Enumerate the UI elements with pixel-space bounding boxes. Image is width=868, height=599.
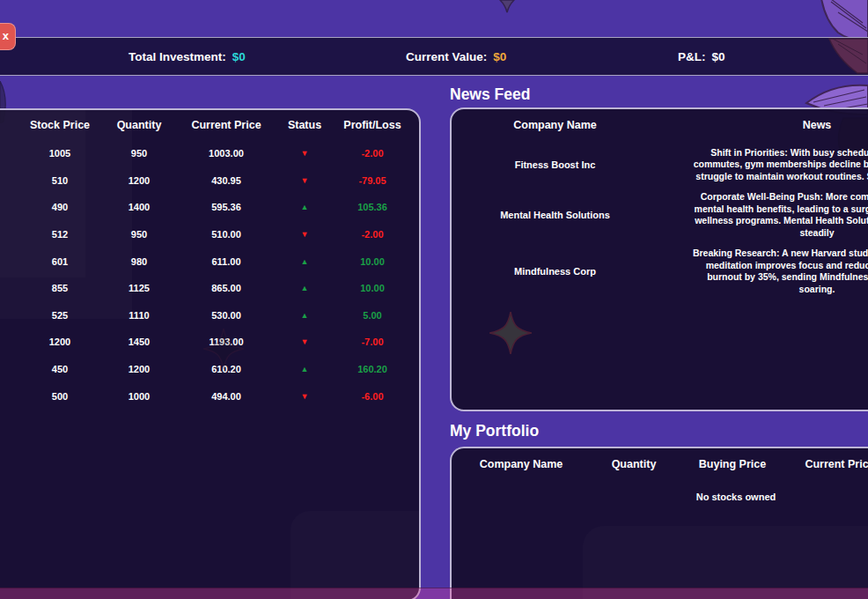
pnl-label: P&L: <box>678 50 706 63</box>
stock-header-profit-loss: Profit/Loss <box>335 110 409 140</box>
stock-row-spacer <box>0 221 20 248</box>
stock-header-stock-price: Stock Price <box>20 110 99 140</box>
status-up-icon: ▲ <box>274 248 335 275</box>
profit-loss-cell: -2.00 <box>335 140 409 167</box>
news-text-line: Shift in Priorities: With busy schedules… <box>710 147 868 159</box>
portfolio-header-current-price: Current Price <box>788 448 868 480</box>
portfolio-header-company: Company Name <box>452 448 591 480</box>
close-button[interactable]: x <box>0 23 16 50</box>
stock-row-spacer <box>0 329 20 356</box>
news-row: Fitness Boost IncShift in Priorities: Wi… <box>452 141 868 189</box>
news-header-news: News <box>658 109 868 141</box>
profit-loss-cell: 160.20 <box>335 356 409 383</box>
stock-row-spacer <box>0 248 20 275</box>
portfolio-empty-message: No stocks owned <box>452 492 868 502</box>
status-down-icon: ▼ <box>274 382 335 410</box>
stock-header-spacer <box>0 110 20 140</box>
quantity-cell: 980 <box>99 248 179 275</box>
news-company-name: Fitness Boost Inc <box>452 141 658 189</box>
status-up-icon: ▲ <box>274 302 335 329</box>
profit-loss-cell: 10.00 <box>335 248 409 275</box>
stock-header-status: Status <box>274 110 335 140</box>
footer-strip <box>0 588 868 599</box>
news-company-name: Mindfulness Corp <box>452 241 658 301</box>
status-up-icon: ▲ <box>274 194 335 221</box>
current-price-cell: 595.36 <box>179 194 274 221</box>
stock-row[interactable]: 601980611.00▲10.00 <box>0 248 419 275</box>
portfolio-header: Company Name Quantity Buying Price Curre… <box>452 448 868 480</box>
stock-price-cell: 510 <box>20 167 99 195</box>
profit-loss-cell: 5.00 <box>335 302 409 329</box>
current-price-cell: 494.00 <box>179 382 274 410</box>
stock-price-cell: 500 <box>20 382 99 410</box>
quantity-cell: 1000 <box>99 382 179 410</box>
news-text-line: Corporate Well-Being Push: More companie… <box>701 191 868 203</box>
stock-row[interactable]: 8551125865.00▲10.00 <box>0 275 419 302</box>
stock-row-spacer <box>0 167 20 195</box>
current-value-label: Current Value: <box>406 50 487 63</box>
quantity-cell: 950 <box>99 221 179 248</box>
current-price-cell: 1003.00 <box>179 140 274 167</box>
news-text-line: mental health benefits, leading to a sur… <box>695 203 868 216</box>
news-text-line: steadily <box>799 227 834 240</box>
profit-loss-cell: -79.05 <box>335 167 409 195</box>
stock-row[interactable]: 5101200430.95▼-79.05 <box>0 167 419 195</box>
stock-row[interactable]: 512950510.00▼-2.00 <box>0 221 419 248</box>
stock-row[interactable]: 120014501193.00▼-7.00 <box>0 329 419 356</box>
stock-header-quantity: Quantity <box>99 110 179 140</box>
stock-row[interactable]: 4901400595.36▲105.36 <box>0 194 419 221</box>
news-header-company: Company Name <box>452 109 658 141</box>
stock-row[interactable]: 5251110530.00▲5.00 <box>0 302 419 329</box>
quantity-cell: 1400 <box>99 194 179 221</box>
news-row: Mindfulness CorpBreaking Research: A new… <box>452 241 868 301</box>
news-text-line: wellness programs. Mental Health Solutio… <box>695 215 868 227</box>
quantity-cell: 1450 <box>99 329 179 356</box>
current-price-cell: 530.00 <box>179 302 274 329</box>
news-text: Shift in Priorities: With busy schedules… <box>658 141 868 189</box>
profit-loss-cell: -6.00 <box>335 382 409 410</box>
status-down-icon: ▼ <box>274 221 335 248</box>
stock-price-cell: 525 <box>20 302 99 329</box>
status-down-icon: ▼ <box>274 167 335 195</box>
stock-row[interactable]: 4501200610.20▲160.20 <box>0 356 419 383</box>
total-investment-stat: Total Investment: $0 <box>129 38 246 75</box>
status-down-icon: ▼ <box>274 140 335 167</box>
status-up-icon: ▲ <box>274 275 335 302</box>
news-text-line: commutes, gym memberships decline by 20%… <box>694 159 868 171</box>
profit-loss-cell: 105.36 <box>335 194 409 221</box>
quantity-cell: 950 <box>99 140 179 167</box>
profit-loss-cell: -2.00 <box>335 221 409 248</box>
news-row: Mental Health SolutionsCorporate Well-Be… <box>452 189 868 241</box>
news-text-line: Breaking Research: A new Harvard study f… <box>693 248 868 260</box>
stock-table-header: Stock Price Quantity Current Price Statu… <box>0 110 419 140</box>
news-text: Corporate Well-Being Push: More companie… <box>658 189 868 241</box>
stock-row-spacer <box>0 356 20 383</box>
stock-row[interactable]: 5001000494.00▼-6.00 <box>0 382 419 410</box>
news-feed-body: Fitness Boost IncShift in Priorities: Wi… <box>452 141 868 301</box>
news-feed-panel: Company Name News Fitness Boost IncShift… <box>450 107 868 411</box>
quantity-cell: 1110 <box>99 302 179 329</box>
current-price-cell: 1193.00 <box>179 329 274 356</box>
current-price-cell: 610.20 <box>179 356 274 383</box>
current-price-cell: 430.95 <box>179 167 274 195</box>
current-price-cell: 865.00 <box>179 275 274 302</box>
status-down-icon: ▼ <box>274 329 335 356</box>
stock-price-cell: 490 <box>20 194 99 221</box>
news-feed-title: News Feed <box>450 85 530 104</box>
pnl-stat: P&L: $0 <box>678 38 725 75</box>
quantity-cell: 1200 <box>99 356 179 383</box>
status-up-icon: ▲ <box>274 356 335 383</box>
profit-loss-cell: 10.00 <box>335 275 409 302</box>
stock-table-body: 10059501003.00▼-2.005101200430.95▼-79.05… <box>0 140 419 410</box>
news-company-name: Mental Health Solutions <box>452 189 658 241</box>
news-text-line: soaring. <box>799 284 835 296</box>
stock-price-cell: 512 <box>20 221 99 248</box>
portfolio-title: My Portfolio <box>450 422 539 440</box>
stock-row[interactable]: 10059501003.00▼-2.00 <box>0 140 419 167</box>
app-root: x Total Investment: $0 Current Value: $0… <box>0 0 868 599</box>
portfolio-header-quantity: Quantity <box>591 448 677 480</box>
quantity-cell: 1125 <box>99 275 179 302</box>
news-text-line: meditation improves focus and reduces wo… <box>706 260 868 272</box>
stock-price-cell: 1005 <box>20 140 99 167</box>
total-investment-label: Total Investment: <box>129 50 226 63</box>
